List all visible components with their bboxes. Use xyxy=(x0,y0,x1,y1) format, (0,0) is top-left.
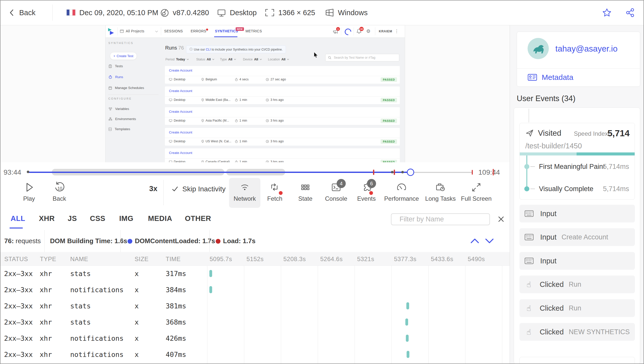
time-col: 5490s xyxy=(468,256,485,263)
run-title: Create Account xyxy=(169,69,192,72)
event-item-clicked[interactable]: ☝ Clicked Run xyxy=(519,299,635,317)
notifications-badge: 33 xyxy=(359,27,364,31)
tab-js[interactable]: JS xyxy=(68,214,77,223)
network-request-row[interactable]: 2xx–3xxxhr statsx 317ms xyxy=(1,265,509,282)
timeline-progress-track[interactable] xyxy=(28,172,410,173)
event-item-clicked[interactable]: ☝ Clicked NEW SYNTHETICS xyxy=(519,323,635,341)
play-icon xyxy=(23,181,35,193)
chevron-down-icon xyxy=(260,59,262,60)
user-events-title: User Events (34) xyxy=(517,94,576,103)
back-10s-button[interactable]: 10 Back xyxy=(39,181,80,193)
run-title: Create Account xyxy=(169,89,192,93)
stopwatch-icon xyxy=(235,140,238,143)
viewport-resolution: 1366 × 625 xyxy=(278,9,315,17)
replay-app-header: All Projects SESSIONS ERRORS SYNTHETICS … xyxy=(106,25,405,38)
network-table-header: STATUS TYPE NAME SIZE TIME 5095.7s 5152s… xyxy=(1,252,510,266)
state-grid-icon xyxy=(300,181,311,193)
visited-event-card[interactable]: Visited Speed Index 5,714 /test-builder/… xyxy=(519,123,635,200)
monitor-icon xyxy=(169,78,172,81)
filter-device: DeviceAll xyxy=(243,58,262,61)
performance-panel-button[interactable]: Performance xyxy=(381,181,422,193)
divider xyxy=(52,5,53,21)
monitor-icon xyxy=(216,8,227,18)
events-alert-dot xyxy=(369,191,373,195)
metadata-button[interactable]: Metadata xyxy=(528,73,573,82)
template-file-icon xyxy=(109,127,112,131)
tick xyxy=(530,166,535,167)
tab-img[interactable]: IMG xyxy=(119,214,133,223)
time-col: 5264.6s xyxy=(320,256,343,263)
event-item-input[interactable]: Input xyxy=(519,252,635,270)
events-count-badge: 6 xyxy=(367,179,376,188)
playhead-handle[interactable] xyxy=(407,169,414,176)
visited-navigate-icon xyxy=(525,129,534,137)
user-name: KRAIEM xyxy=(379,30,392,33)
event-item-input[interactable]: Input Create Account xyxy=(519,228,635,246)
skip-inactivity-toggle[interactable]: Skip Inactivity xyxy=(172,185,226,193)
events-panel-button[interactable]: Events xyxy=(346,181,387,193)
status-badge: PASSED xyxy=(381,139,397,144)
playback-speed-button[interactable]: 3x xyxy=(144,185,162,193)
replay-nav-variables: Variables xyxy=(109,107,129,111)
user-email-link[interactable]: tahay@asayer.io xyxy=(555,44,617,54)
monitor-icon xyxy=(169,161,172,163)
paint-progress-bar xyxy=(520,152,635,155)
hand-pointer-icon: ☝ xyxy=(525,328,533,336)
replay-nav-runs: Runs xyxy=(109,75,123,79)
rewind-amount: 10 xyxy=(55,186,65,191)
network-request-row[interactable]: 2xx–3xxxhr statsx 381ms xyxy=(1,298,509,314)
visited-label: Visited xyxy=(538,129,561,138)
jump-next-icon[interactable] xyxy=(484,238,494,244)
keyboard-icon xyxy=(525,210,534,217)
favorite-star-icon[interactable] xyxy=(602,8,612,17)
run-card: Create Account Desktop US West (N. Cal..… xyxy=(165,128,400,146)
network-request-row[interactable]: 2xx–3xxxhr notificationsx 426ms xyxy=(1,330,509,346)
hand-pointer-icon: ☝ xyxy=(525,304,533,313)
waterfall-bar xyxy=(209,286,212,293)
visited-url: /test-builder/1450 xyxy=(525,142,582,150)
network-request-row[interactable]: 2xx–3xxxhr notificationsx 384ms xyxy=(1,282,509,298)
back-label: Back xyxy=(19,9,35,17)
col-type: TYPE xyxy=(40,256,56,263)
location-pin-icon xyxy=(201,78,204,81)
waterfall-bar xyxy=(209,270,212,277)
tick xyxy=(530,189,535,189)
time-col: 5208.3s xyxy=(283,256,306,263)
tab-other[interactable]: OTHER xyxy=(185,214,211,223)
monitor-icon xyxy=(169,140,172,143)
stopwatch-icon xyxy=(235,160,238,163)
network-request-row[interactable]: 2xx–3xxxhr notificationsx 407ms xyxy=(1,346,509,362)
tab-css[interactable]: CSS xyxy=(90,214,105,223)
session-info-sidebar: tahay@asayer.io Metadata User Events (34… xyxy=(510,25,644,364)
filter-by-name-input[interactable] xyxy=(399,215,489,223)
filter-type: TypeAll xyxy=(220,58,236,61)
dom-building-time: DOM Building Time: 1.6s xyxy=(50,237,127,245)
environments-icon xyxy=(109,117,112,121)
event-marker xyxy=(401,171,404,173)
timeline-remaining-track[interactable] xyxy=(410,172,473,173)
network-request-row[interactable]: 2xx–3xxxhr statsx 368ms xyxy=(1,314,509,330)
tab-media[interactable]: MEDIA xyxy=(148,214,172,223)
close-panel-icon[interactable] xyxy=(497,215,505,223)
tab-xhr[interactable]: XHR xyxy=(39,214,55,223)
os-label: Windows xyxy=(338,9,368,17)
full-screen-button[interactable]: Full Screen xyxy=(456,181,497,193)
event-item-input[interactable]: Input xyxy=(519,205,635,222)
event-item-clicked[interactable]: ☝ Clicked Run xyxy=(519,276,635,293)
player-controls-section: 93:44 109:44 Play 10 Back 3x xyxy=(1,162,510,208)
share-icon[interactable] xyxy=(625,8,635,17)
back-button[interactable]: Back xyxy=(8,8,35,17)
long-tasks-panel-button[interactable]: Long Tasks xyxy=(420,181,461,193)
fmp-label: First Meaningful Paint xyxy=(539,163,605,171)
session-date: Dec 09, 2020, 05:10 PM xyxy=(79,9,158,17)
announcements-badge: 1 xyxy=(336,27,340,31)
time-col: 5377.3s xyxy=(394,256,416,263)
filter-status: StatusAll xyxy=(196,58,214,61)
error-marker xyxy=(472,170,473,175)
jump-previous-icon[interactable] xyxy=(470,238,480,244)
visually-complete-value: 5,714ms xyxy=(603,185,629,193)
viewport-size-icon xyxy=(264,8,275,17)
replay-nav-environments: Environments xyxy=(109,117,136,121)
tab-all[interactable]: ALL xyxy=(11,214,25,223)
calendar-icon xyxy=(109,86,112,90)
